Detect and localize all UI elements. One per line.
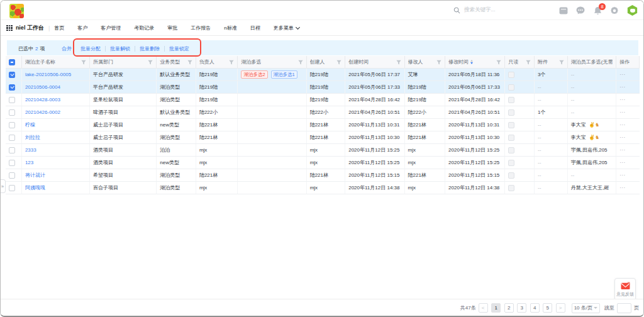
filter-funnel-icon[interactable] — [436, 60, 441, 65]
filter-funnel-icon[interactable] — [336, 60, 341, 65]
column-label: 湖泊员工多选(无需 — [571, 58, 613, 65]
sort-icon[interactable] — [470, 60, 473, 64]
cell-owner: mjx — [196, 182, 238, 194]
filter-funnel-icon[interactable] — [559, 60, 564, 65]
nav-item-5[interactable]: 工作报告 — [191, 25, 211, 31]
workbench-icon[interactable] — [558, 6, 569, 16]
record-link[interactable]: 柠檬 — [25, 121, 35, 128]
user-avatar[interactable] — [627, 5, 638, 16]
cell-name: 将计就计 — [22, 169, 90, 181]
nav-item-6[interactable]: n标准 — [224, 25, 236, 31]
sidebar-expander[interactable]: » — [0, 179, 6, 193]
record-link[interactable]: 2333 — [25, 147, 36, 153]
nav-divider: | — [48, 25, 50, 31]
filter-funnel-icon[interactable] — [148, 60, 153, 65]
nav-item-4[interactable]: 审批 — [167, 25, 177, 31]
row-checkbox[interactable] — [9, 109, 15, 116]
record-link[interactable]: 将计就计 — [25, 172, 45, 179]
batch-action-1[interactable]: 批量解锁 — [110, 45, 130, 52]
row-actions-button[interactable]: ··· — [619, 172, 626, 178]
row-checkbox[interactable] — [9, 160, 15, 166]
filter-funnel-icon[interactable] — [396, 60, 401, 65]
page-button-4[interactable]: 4 — [530, 303, 540, 313]
column-header-readonly: 只读 — [505, 56, 535, 68]
row-checkbox[interactable] — [9, 172, 15, 179]
page-button-5[interactable]: 5 — [543, 303, 552, 313]
row-actions-button[interactable]: ··· — [619, 185, 626, 191]
column-label: 湖泊多选 — [241, 58, 261, 65]
row-actions-button[interactable]: ··· — [619, 135, 626, 140]
apps-grid-icon[interactable] — [6, 25, 13, 31]
record-link[interactable]: 20210428-0003 — [25, 97, 60, 103]
record-link[interactable]: 阿姨嘎嘎 — [25, 184, 45, 191]
cell-multi — [238, 157, 306, 169]
merge-button[interactable]: 合并 — [62, 45, 72, 52]
cell-name: 123 — [22, 157, 90, 169]
row-actions-button[interactable]: ··· — [619, 147, 626, 153]
record-link[interactable]: 20210506-0004 — [25, 84, 60, 90]
row-actions-button[interactable]: ··· — [619, 109, 626, 115]
row-checkbox[interactable] — [9, 122, 15, 128]
cell-ops: ··· — [616, 94, 640, 106]
cell-staff: 丹慧,大王大王,羅 — [568, 182, 616, 194]
nav-item-1[interactable]: 客户 — [77, 25, 87, 31]
row-actions-button[interactable]: ··· — [619, 72, 626, 77]
cell-name: 20210426-0002 — [22, 106, 90, 118]
nav-item-0[interactable]: 首页 — [54, 25, 64, 31]
company-logo[interactable] — [9, 4, 24, 18]
next-page-button[interactable]: > — [556, 303, 565, 313]
cell-name: 柠檬 — [22, 119, 90, 131]
nav-item-3[interactable]: 考勤记录 — [134, 25, 154, 31]
filter-funnel-icon[interactable] — [229, 60, 234, 65]
batch-action-0[interactable]: 批量分配 — [80, 45, 101, 52]
nav-item-more[interactable]: 更多菜单 — [274, 25, 299, 31]
page-size-select[interactable]: 10 条/页 — [572, 303, 600, 313]
page-button-2[interactable]: 2 — [504, 303, 514, 313]
record-link[interactable]: 刘拉拉 — [25, 134, 40, 141]
column-label: 负责人 — [199, 58, 214, 65]
page-button-1[interactable]: 1 — [491, 303, 501, 313]
row-actions-button[interactable]: ··· — [619, 160, 626, 165]
cell-staff: -- — [568, 94, 616, 106]
batch-action-3[interactable]: 批量锁定 — [169, 45, 189, 52]
prev-page-button[interactable]: < — [479, 303, 488, 313]
row-select-cell — [6, 131, 22, 143]
nav-item-2[interactable]: 客户管理 — [101, 25, 121, 31]
filter-funnel-icon[interactable] — [81, 60, 86, 65]
nav-item-7[interactable]: 日程 — [250, 25, 260, 31]
notification-bell-icon[interactable]: 8 — [592, 6, 602, 16]
message-icon[interactable] — [575, 6, 586, 16]
row-checkbox[interactable] — [9, 185, 15, 191]
record-link[interactable]: lake-20210506-0005 — [25, 72, 71, 77]
row-checkbox[interactable] — [9, 135, 15, 141]
filter-funnel-icon[interactable] — [496, 60, 501, 65]
row-actions-button[interactable]: ··· — [619, 122, 626, 128]
cell-dept: 威士忌子项目 — [90, 119, 157, 131]
filter-funnel-icon[interactable] — [187, 60, 192, 65]
row-actions-button[interactable]: ··· — [619, 97, 626, 103]
row-checkbox[interactable] — [9, 84, 15, 91]
feedback-button[interactable]: 意见反馈 — [614, 278, 636, 301]
select-all-checkbox[interactable] — [9, 59, 15, 65]
search-icon — [453, 7, 460, 14]
cell-modifier: 艾琳 — [405, 69, 446, 81]
row-checkbox[interactable] — [9, 72, 15, 78]
cell-owner: 陆219陆 — [196, 81, 238, 93]
row-actions-button[interactable]: ··· — [619, 84, 626, 90]
jump-page-input[interactable] — [617, 303, 631, 313]
cell-ctime: 2020年11月12日 15:15 — [345, 169, 404, 181]
global-search[interactable]: 搜索关键字... — [453, 6, 496, 14]
record-link[interactable]: 20210426-0002 — [25, 109, 60, 115]
cell-name: 阿姨嘎嘎 — [22, 182, 90, 194]
record-link[interactable]: 123 — [25, 160, 33, 165]
settings-gear-icon[interactable] — [609, 6, 619, 16]
batch-action-2[interactable]: 批量删除 — [140, 45, 160, 52]
filter-funnel-icon[interactable] — [526, 60, 531, 65]
filter-funnel-icon[interactable] — [298, 60, 303, 65]
column-label: 创建时间 — [348, 58, 369, 65]
row-checkbox[interactable] — [9, 97, 15, 103]
row-checkbox[interactable] — [9, 147, 15, 153]
column-label: 操作 — [619, 58, 630, 65]
data-table: 湖泊主子名称所属部门业务类型负责人湖泊多选创建人创建时间修改人修改时间只读附件湖… — [6, 56, 640, 194]
page-button-3[interactable]: 3 — [517, 303, 526, 313]
